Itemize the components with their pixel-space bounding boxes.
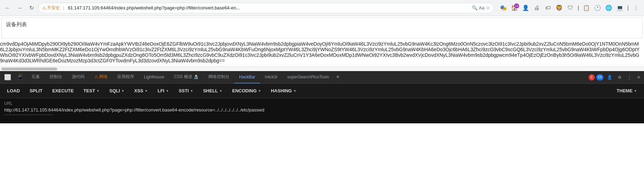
back-button[interactable]: ← (3, 3, 13, 13)
hackbar-theme-button[interactable]: THEME ▼ (613, 86, 641, 95)
network-tab-label: 网络 (99, 74, 108, 80)
lighthouse-tab-label: Lighthouse (144, 75, 164, 79)
toolbar-sep-2: | (627, 5, 629, 11)
browser-toolbar: 🎭 🏠 15 👤 🖨 🏷 🦁 🛡 | 📋 🕐 🌐 💻 | ⋮ (498, 3, 641, 13)
hackbar-split-button[interactable]: SPLIT (25, 86, 47, 95)
supersearch-tab-label: superSearchPlusTools (287, 75, 329, 79)
extension-icon-2[interactable]: 🏠 15 (509, 3, 520, 13)
encoding-arrow: ▼ (258, 89, 261, 93)
device-mode-button[interactable]: 📱 (14, 74, 27, 80)
hackbar-test-button[interactable]: TEST ▼ (79, 86, 104, 95)
h4ck3r-tab-label: h4ck3r (265, 75, 277, 79)
reload-button[interactable]: ↻ (27, 3, 36, 13)
extension-icon-6[interactable]: 🦁 (554, 3, 564, 13)
hashing-arrow: ▼ (293, 89, 296, 93)
load-label: LOAD (7, 88, 20, 93)
extension-icon-4[interactable]: 🖨 (532, 3, 542, 13)
split-label: SPLIT (30, 88, 43, 93)
hackbar-url-area: URL http://61.147.171.105:64464/index.ph… (0, 98, 644, 123)
address-icons: 🔍 Aa ☆ (472, 5, 490, 10)
user-account-button[interactable]: 👤 (605, 74, 614, 80)
encoded-content: cm9vdDp4OjA6MDpyb290Oi9yb290Oi9iaW4vYmFz… (0, 40, 644, 66)
devtools-tab-application[interactable]: 应用程序 (112, 71, 139, 84)
browser-chrome: ← → ↻ ⚠ 不安全 | 61.147.171.105:64464/index… (0, 0, 644, 16)
devtools-tab-supersearch[interactable]: superSearchPlusTools (282, 71, 334, 84)
hackbar-lfi-button[interactable]: LFI ▼ (153, 86, 173, 95)
extension-icon-8[interactable]: 📋 (581, 3, 592, 13)
hackbar-hashing-button[interactable]: HASHING ▼ (267, 86, 301, 95)
extension-icon-1[interactable]: 🎭 (498, 3, 509, 13)
execute-label: EXECUTE (52, 88, 74, 93)
extension-icon-11[interactable]: 💻 (615, 3, 625, 13)
extension-icon-3[interactable]: 👤 (520, 3, 531, 13)
devtools-tab-hackbar[interactable]: HackBar (234, 71, 260, 84)
url-value[interactable]: http://61.147.171.105:64464/index.php/we… (4, 107, 640, 113)
shell-arrow: ▼ (219, 89, 222, 93)
devtools-more-button[interactable]: ⋮ (625, 74, 634, 80)
devtools-tab-network-console[interactable]: 网络控制台 (203, 71, 234, 84)
hackbar-shell-button[interactable]: SHELL ▼ (199, 86, 227, 95)
xss-arrow: ▼ (145, 89, 148, 93)
theme-arrow: ▼ (634, 89, 637, 93)
info-badge: 54 (596, 74, 604, 80)
devtools-tab-sources[interactable]: 源代码 (67, 71, 89, 84)
devtools-settings-button[interactable]: ⚙ (616, 74, 624, 80)
error-badge: 8 (589, 74, 595, 80)
test-arrow: ▼ (96, 89, 99, 93)
hackbar-encoding-button[interactable]: ENCODING ▼ (228, 86, 265, 95)
reader-mode-icon[interactable]: Aa (479, 5, 484, 10)
devtools-tab-network[interactable]: ⚠ 网络 (89, 71, 112, 84)
toolbar-sep-1: | (578, 5, 579, 11)
devtools-close-button[interactable]: ✕ (635, 74, 643, 80)
encoded-text: cm9vdDp4OjA6MDpyb290Oi9yb290Oi9iaW4vYmFz… (0, 41, 639, 63)
scrollbar-area[interactable] (0, 66, 644, 71)
hackbar-load-button[interactable]: LOAD (3, 86, 24, 95)
url-underline (4, 115, 53, 115)
add-tab-button[interactable]: + (334, 73, 342, 82)
more-options-button[interactable]: ⋮ (631, 3, 641, 13)
extension-icon-7[interactable]: 🛡 (565, 3, 576, 13)
test-label: TEST (83, 88, 95, 93)
forward-button[interactable]: → (15, 3, 24, 13)
network-console-tab-label: 网络控制台 (208, 74, 229, 80)
inspect-element-button[interactable]: ⬜ (1, 74, 14, 80)
hashing-label: HASHING (271, 88, 292, 93)
lfi-arrow: ▼ (166, 89, 169, 93)
hackbar-sqli-button[interactable]: SQLI ▼ (105, 86, 128, 95)
bookmark-icon[interactable]: ☆ (486, 5, 490, 10)
url-display[interactable]: 61.147.171.105:64464/index.php/webshell.… (68, 5, 469, 10)
hackbar-toolbar: LOAD SPLIT EXECUTE TEST ▼ SQLI ▼ XSS ▼ L… (0, 84, 644, 98)
extension-icon-9[interactable]: 🕐 (592, 3, 603, 13)
devtools-tab-h4ck3r[interactable]: h4ck3r (260, 71, 282, 84)
extension-icon-5[interactable]: 🏷 (543, 3, 553, 13)
search-icon[interactable]: 🔍 (472, 5, 478, 10)
ssti-arrow: ▼ (190, 89, 193, 93)
hackbar-execute-button[interactable]: EXECUTE (48, 86, 78, 95)
extension-icon-10[interactable]: 🌐 (604, 3, 614, 13)
main-content-box: 设备列表 (1, 17, 643, 38)
warning-icon: ⚠ (42, 6, 46, 10)
sqli-arrow: ▼ (121, 89, 125, 93)
hackbar-ssti-button[interactable]: SSTI ▼ (175, 86, 198, 95)
devtools-tab-elements[interactable]: 元素 (27, 71, 45, 84)
page-title: 设备列表 (6, 21, 27, 27)
devtools-tab-console[interactable]: 控制台 (45, 71, 67, 84)
error-count: 8 (591, 75, 593, 79)
devtools-panel: ⬜ 📱 元素 控制台 源代码 ⚠ 网络 应用程序 Lighthouse CSS … (0, 71, 644, 123)
address-bar: ⚠ 不安全 | 61.147.171.105:64464/index.php/w… (38, 3, 494, 13)
devtools-tab-actions: 8 54 👤 ⚙ ⋮ ✕ (589, 74, 643, 80)
hackbar-xss-button[interactable]: XSS ▼ (130, 86, 152, 95)
devtools-tabbar: ⬜ 📱 元素 控制台 源代码 ⚠ 网络 应用程序 Lighthouse CSS … (0, 71, 644, 84)
warning-triangle-icon: ⚠ (94, 75, 98, 79)
url-label: URL (4, 101, 640, 106)
sqli-label: SQLI (109, 88, 120, 93)
shell-label: SHELL (203, 88, 218, 93)
devtools-tab-lighthouse[interactable]: Lighthouse (139, 71, 169, 84)
sources-tab-label: 源代码 (72, 74, 84, 80)
css-tab-label: CSS 概述 🔬 (174, 74, 199, 80)
lfi-label: LFI (157, 88, 164, 93)
ssti-label: SSTI (179, 88, 189, 93)
devtools-tab-css[interactable]: CSS 概述 🔬 (169, 71, 203, 84)
theme-label: THEME (617, 88, 633, 93)
scrollbar-thumb[interactable] (1, 68, 57, 70)
